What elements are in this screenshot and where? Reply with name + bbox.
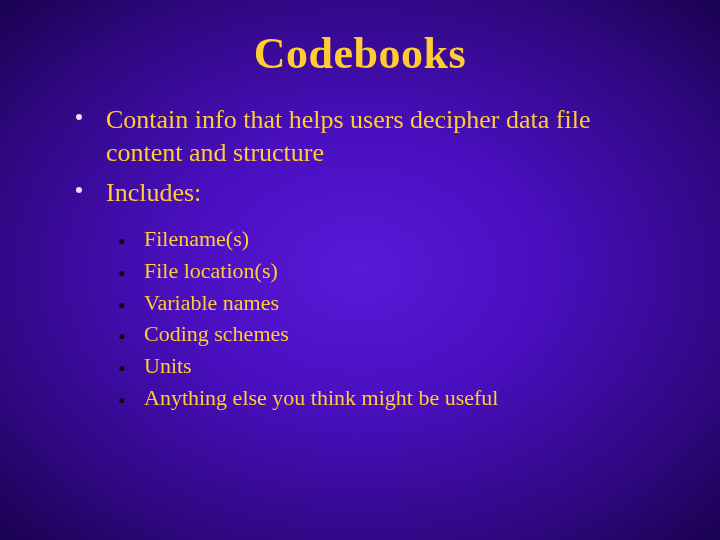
bullet-icon <box>76 187 82 193</box>
bullet-icon: • <box>118 353 126 385</box>
slide: Codebooks Contain info that helps users … <box>0 0 720 540</box>
sub-bullet-item: • Variable names <box>116 287 660 319</box>
sub-bullet-item: • Filename(s) <box>116 223 660 255</box>
bullet-icon: • <box>118 226 126 258</box>
sub-bullet-text: Coding schemes <box>144 321 289 346</box>
main-bullet-item: Includes: <box>70 176 660 209</box>
bullet-icon: • <box>118 385 126 417</box>
sub-bullet-item: • Anything else you think might be usefu… <box>116 382 660 414</box>
sub-bullet-item: • Units <box>116 350 660 382</box>
sub-bullet-text: Filename(s) <box>144 226 249 251</box>
slide-title: Codebooks <box>60 28 660 79</box>
bullet-icon: • <box>118 258 126 290</box>
main-bullet-item: Contain info that helps users decipher d… <box>70 103 660 170</box>
bullet-icon: • <box>118 290 126 322</box>
sub-bullet-text: Anything else you think might be useful <box>144 385 498 410</box>
main-bullet-text: Includes: <box>106 178 201 207</box>
sub-bullet-list: • Filename(s) • File location(s) • Varia… <box>116 223 660 414</box>
sub-bullet-text: Variable names <box>144 290 279 315</box>
main-bullet-list: Contain info that helps users decipher d… <box>70 103 660 209</box>
bullet-icon: • <box>118 321 126 353</box>
sub-bullet-text: File location(s) <box>144 258 278 283</box>
main-bullet-text: Contain info that helps users decipher d… <box>106 105 590 167</box>
sub-bullet-item: • Coding schemes <box>116 318 660 350</box>
sub-bullet-text: Units <box>144 353 192 378</box>
bullet-icon <box>76 114 82 120</box>
sub-bullet-item: • File location(s) <box>116 255 660 287</box>
